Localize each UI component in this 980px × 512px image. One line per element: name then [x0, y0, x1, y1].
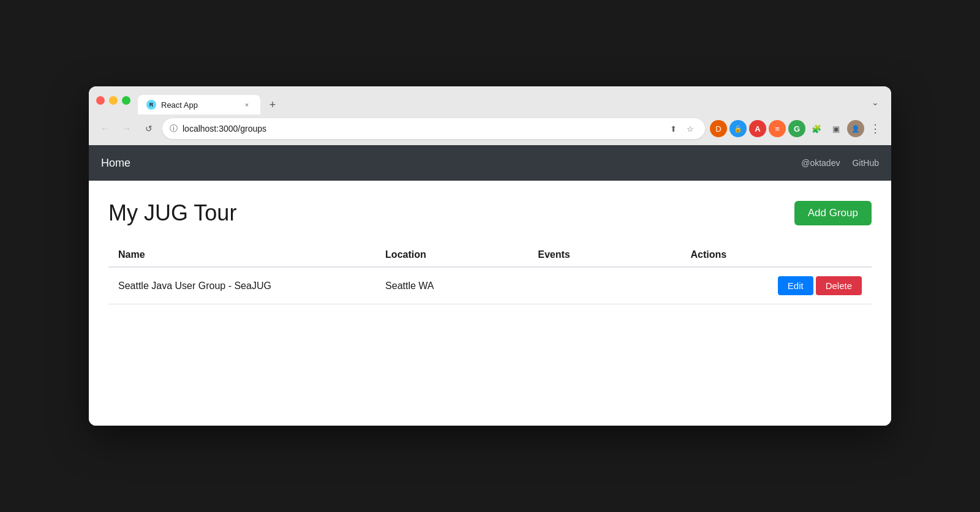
tab-favicon: R	[146, 100, 156, 110]
tab-close-button[interactable]: ×	[242, 100, 252, 110]
bookmark-icon[interactable]: ☆	[683, 121, 698, 136]
browser-toolbar: ← → ↺ ⓘ localhost:3000/groups ⬆ ☆ D 🔒 A …	[89, 115, 891, 145]
browser-window: R React App × + ⌄ ← → ↺ ⓘ localhost:3000…	[89, 86, 891, 426]
nav-oktadev-link[interactable]: @oktadev	[801, 158, 840, 168]
main-content: My JUG Tour Add Group Name Location Even…	[89, 181, 891, 426]
extensions-area: D 🔒 A ≡ G 🧩 ▣ 👤 ⋮	[710, 120, 884, 137]
table-body: Seattle Java User Group - SeaJUG Seattle…	[108, 267, 872, 304]
address-bar[interactable]: ⓘ localhost:3000/groups ⬆ ☆	[162, 118, 705, 139]
reload-button[interactable]: ↺	[140, 120, 157, 137]
nav-links: @oktadev GitHub	[801, 158, 879, 168]
edit-button[interactable]: Edit	[778, 276, 813, 295]
group-name-cell: Seattle Java User Group - SeaJUG	[108, 267, 375, 304]
tab-area: R React App × +	[138, 95, 867, 115]
group-location-cell: Seattle WA	[375, 267, 528, 304]
new-tab-button[interactable]: +	[264, 96, 281, 113]
column-header-location: Location	[375, 243, 528, 267]
minimize-button[interactable]	[109, 96, 118, 105]
back-button[interactable]: ←	[96, 120, 113, 137]
tab-title: React App	[161, 100, 237, 110]
puzzle-extension[interactable]: 🧩	[808, 120, 825, 137]
groups-table: Name Location Events Actions Seattle Jav…	[108, 243, 872, 304]
more-options-button[interactable]: ⋮	[867, 120, 884, 137]
duckduckgo-extension[interactable]: D	[710, 120, 727, 137]
column-header-events: Events	[528, 243, 680, 267]
url-text: localhost:3000/groups	[183, 124, 661, 134]
info-icon: ⓘ	[170, 123, 178, 134]
forward-button[interactable]: →	[118, 120, 135, 137]
a-extension[interactable]: A	[749, 120, 766, 137]
table-head: Name Location Events Actions	[108, 243, 872, 267]
lock-extension[interactable]: 🔒	[729, 120, 747, 137]
g-extension[interactable]: G	[788, 120, 805, 137]
address-action-icons: ⬆ ☆	[666, 121, 698, 136]
maximize-button[interactable]	[122, 96, 130, 105]
app-navbar: Home @oktadev GitHub	[89, 145, 891, 181]
nav-home-link[interactable]: Home	[101, 157, 130, 170]
column-header-actions: Actions	[680, 243, 872, 267]
nav-github-link[interactable]: GitHub	[852, 158, 879, 168]
delete-button[interactable]: Delete	[816, 276, 862, 295]
page-title: My JUG Tour	[108, 200, 236, 226]
page-header: My JUG Tour Add Group	[108, 200, 872, 226]
app-root: Home @oktadev GitHub My JUG Tour Add Gro…	[89, 145, 891, 426]
browser-chrome: R React App × + ⌄ ← → ↺ ⓘ localhost:3000…	[89, 86, 891, 145]
active-tab[interactable]: R React App ×	[138, 95, 260, 115]
tab-dropdown-button[interactable]: ⌄	[867, 95, 884, 110]
close-button[interactable]	[96, 96, 105, 105]
profile-avatar[interactable]: 👤	[847, 120, 864, 137]
add-group-button[interactable]: Add Group	[794, 201, 872, 225]
table-row: Seattle Java User Group - SeaJUG Seattle…	[108, 267, 872, 304]
share-icon[interactable]: ⬆	[666, 121, 680, 136]
group-actions-cell: Edit Delete	[680, 267, 872, 304]
traffic-lights	[96, 92, 138, 115]
sidebar-toggle[interactable]: ▣	[827, 120, 845, 137]
layers-extension[interactable]: ≡	[769, 120, 786, 137]
column-header-name: Name	[108, 243, 375, 267]
group-events-cell	[528, 267, 680, 304]
action-buttons: Edit Delete	[690, 276, 862, 295]
tab-bar: R React App × + ⌄	[89, 86, 891, 115]
table-header-row: Name Location Events Actions	[108, 243, 872, 267]
